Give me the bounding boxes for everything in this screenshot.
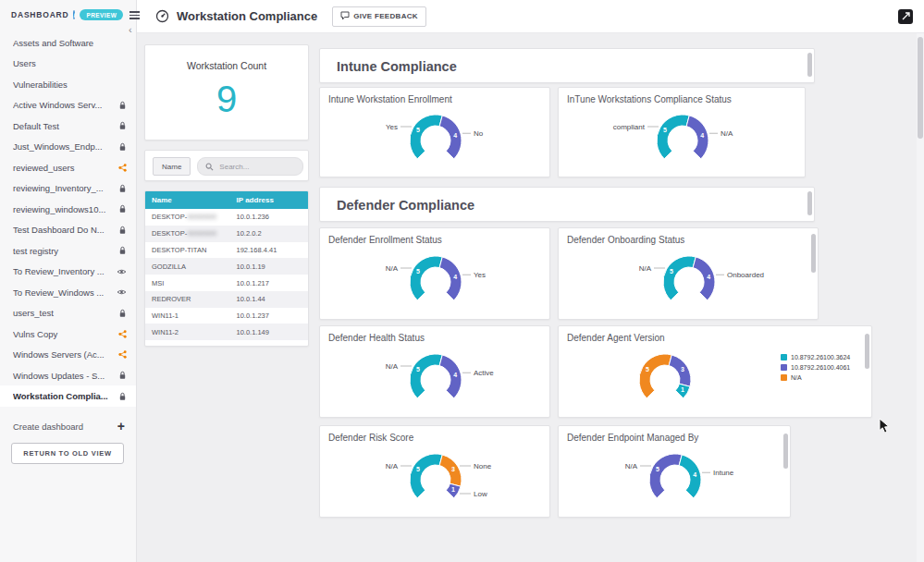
sidebar-item-label: Test Dashboard Do N... (13, 225, 113, 235)
sidebar-item[interactable]: To Review_Windows ... (0, 282, 136, 303)
sidebar-title: DASHBOARD (11, 10, 68, 19)
table-row[interactable]: GODZILLA10.0.1.19 (145, 258, 308, 275)
sidebar-item[interactable]: Default Test (0, 116, 136, 137)
card-scrollbar[interactable] (807, 53, 812, 77)
donut-slice[interactable] (439, 355, 462, 398)
vertical-scrollbar-track[interactable] (917, 33, 924, 562)
table-row[interactable]: DESKTOP-XXXXXXX10.0.1.236 (145, 209, 308, 226)
cell-workstation-name: DESKTOP-XXXXXXX (145, 209, 230, 226)
sidebar-item[interactable]: Workstation Complia... (0, 385, 136, 407)
chart-card-defender-risk-score: Defender Risk Score 5N/A3None1Low (319, 425, 550, 518)
table-row[interactable]: DESKTOP-TITAN192.168.4.41 (145, 242, 308, 259)
sidebar-item-label: test registry (13, 246, 113, 256)
collapse-sidebar-icon[interactable]: ‹ (129, 24, 132, 35)
vertical-scrollbar-thumb[interactable] (918, 37, 923, 139)
defender-section-title: Defender Compliance (320, 188, 814, 213)
sidebar-item-label: Vulns Copy (13, 329, 113, 339)
donut-slice[interactable] (410, 115, 442, 159)
sidebar-item[interactable]: reviewing_Inventory_... (0, 177, 136, 199)
name-filter-dropdown[interactable]: Name (153, 157, 191, 176)
slice-label: N/A (721, 129, 733, 138)
sidebar-item[interactable]: Just_Windows_Endp... (0, 136, 136, 157)
card-scrollbar[interactable] (811, 234, 816, 273)
sidebar-item[interactable]: reviewed_users (0, 157, 136, 178)
create-dashboard-button[interactable]: Create dashboard + (0, 422, 136, 432)
table-row[interactable]: DESKTOP-XXXXXXX10.2.0.2 (145, 226, 308, 242)
sidebar-item[interactable]: users_test (0, 302, 136, 324)
donut-slice[interactable] (439, 116, 462, 159)
sidebar-item[interactable]: reviewing_windows10... (0, 199, 136, 220)
donut-slice[interactable] (693, 257, 715, 300)
legend-item[interactable]: 10.8792.26100.3624 (781, 354, 850, 360)
donut-slice[interactable] (649, 454, 682, 498)
legend-item[interactable]: 10.8792.26100.4061 (781, 364, 850, 371)
sidebar-item[interactable]: Active Windows Serv... (0, 94, 136, 116)
lock-icon (118, 309, 127, 318)
donut-chart-defender-endpoint-managed-by: 5N/A4Intune (559, 443, 792, 517)
chart-title: Defender Agent Version (559, 326, 871, 343)
slice-label: N/A (386, 264, 399, 273)
legend-swatch (781, 364, 787, 371)
search-box[interactable] (197, 157, 303, 176)
donut-slice[interactable] (410, 354, 442, 398)
return-to-old-view-button[interactable]: RETURN TO OLD VIEW (11, 443, 124, 464)
feedback-label: GIVE FEEDBACK (353, 12, 418, 20)
donut-slice[interactable] (439, 257, 462, 300)
donut-slice[interactable] (639, 354, 671, 398)
donut-slice[interactable] (439, 455, 462, 486)
table-row[interactable]: MSI10.0.1.217 (145, 275, 308, 291)
slice-label: No (474, 129, 484, 138)
donut-slice[interactable] (410, 256, 442, 300)
card-scrollbar[interactable] (783, 434, 788, 469)
popout-icon[interactable] (898, 9, 913, 24)
column-header-name[interactable]: Name (145, 191, 230, 209)
sidebar-item-label: users_test (13, 308, 113, 318)
info-icon[interactable]: i (73, 10, 75, 19)
slice-value: 5 (416, 127, 420, 133)
share-icon (118, 350, 127, 359)
donut-slice[interactable] (669, 355, 691, 386)
sidebar-item[interactable]: Test Dashboard Do N... (0, 219, 136, 240)
card-scrollbar[interactable] (807, 191, 812, 215)
sidebar-item[interactable]: To Review_Inventory ... (0, 261, 136, 282)
sidebar-item[interactable]: test registry (0, 240, 136, 262)
slice-value: 1 (681, 386, 684, 393)
search-icon (205, 163, 214, 171)
slice-label: N/A (639, 264, 652, 273)
lock-icon (118, 184, 127, 193)
sidebar-item-label: Active Windows Serv... (13, 100, 113, 110)
plus-icon[interactable]: + (117, 422, 125, 431)
donut-slice[interactable] (686, 116, 708, 159)
intune-section-title: Intune Compliance (320, 49, 814, 74)
card-scrollbar[interactable] (865, 334, 869, 369)
lock-icon (118, 246, 127, 255)
menu-icon[interactable] (128, 9, 142, 21)
cell-ip-address: 192.168.4.41 (230, 242, 308, 259)
table-row[interactable]: WIN11-210.0.1.149 (145, 324, 308, 340)
table-row[interactable]: REDROVER10.0.1.44 (145, 291, 308, 308)
donut-slice[interactable] (657, 115, 689, 159)
legend-item[interactable]: N/A (781, 374, 850, 381)
cell-ip-address: 10.0.1.236 (230, 209, 308, 226)
slice-value: 5 (646, 366, 649, 373)
table-row[interactable]: WIN11-110.0.1.237 (145, 308, 308, 324)
sidebar-item[interactable]: Users (0, 53, 136, 74)
sidebar-item-label: Just_Windows_Endp... (13, 141, 113, 152)
search-input[interactable] (217, 162, 295, 172)
sidebar-item[interactable]: Vulnerabilities (0, 74, 136, 95)
donut-slice[interactable] (410, 454, 442, 498)
sidebar-item-label: reviewed_users (13, 163, 113, 173)
column-header-ip[interactable]: IP address (230, 191, 308, 209)
table-row[interactable]: WINDEV2407EVAL192.168.178.61 (145, 340, 308, 347)
sidebar-item[interactable]: Windows Updates - S... (0, 365, 136, 386)
sidebar-item[interactable]: Assets and Software (0, 32, 136, 54)
donut-slice[interactable] (663, 256, 696, 300)
sidebar-item[interactable]: Windows Servers (Ac... (0, 344, 136, 365)
slice-value: 3 (681, 366, 684, 373)
give-feedback-button[interactable]: GIVE FEEDBACK (332, 6, 426, 27)
donut-slice[interactable] (679, 455, 701, 498)
slice-label: N/A (386, 362, 399, 371)
defender-section-card: Defender Compliance (319, 187, 815, 222)
sidebar-item[interactable]: Vulns Copy (0, 324, 136, 345)
chart-title: Defender Health Status (320, 326, 549, 343)
